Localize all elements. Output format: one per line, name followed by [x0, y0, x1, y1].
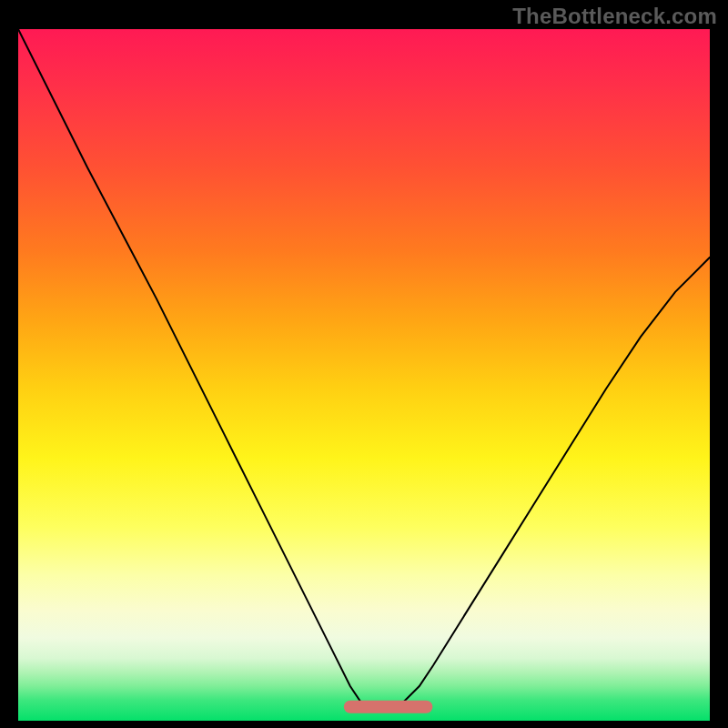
heat-gradient-background	[18, 29, 710, 721]
watermark-text: TheBottleneck.com	[512, 4, 717, 29]
chart-container: TheBottleneck.com	[0, 0, 728, 728]
plot-area	[18, 29, 710, 721]
